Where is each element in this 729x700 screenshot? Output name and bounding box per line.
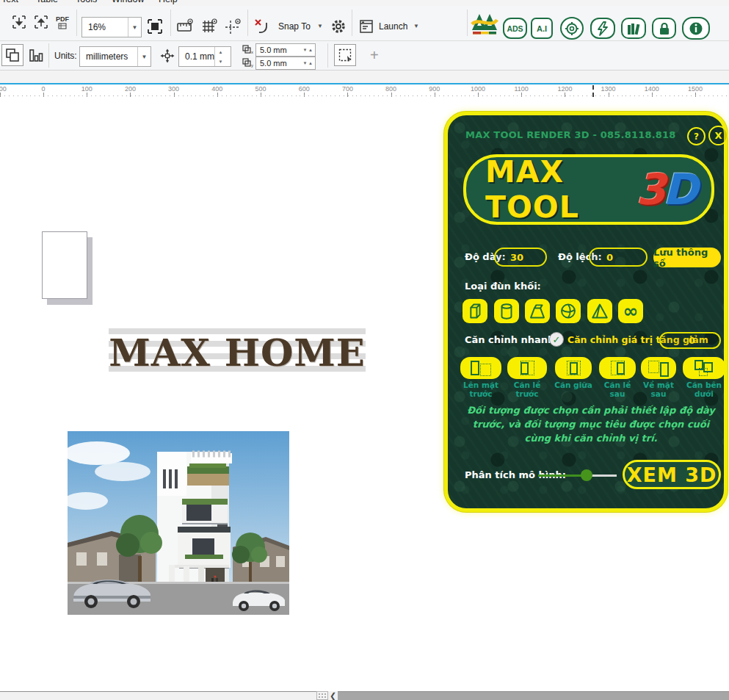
- align-right-edge-icon: [611, 361, 625, 375]
- extrude-infinity-button[interactable]: ∞: [618, 299, 643, 323]
- menu-window[interactable]: Window: [112, 0, 144, 4]
- app-window: Text Table Tools Window Help PDF 16% ▼: [0, 0, 729, 700]
- align-back-face-icon: [648, 361, 659, 373]
- toolbar-gap: [0, 71, 729, 83]
- scrollbar-thumb[interactable]: [338, 692, 729, 700]
- import-button[interactable]: [10, 12, 29, 32]
- save-settings-button[interactable]: Lưu thông số: [653, 248, 721, 267]
- cylinder-icon: [497, 301, 516, 321]
- standard-toolbar: PDF 16% ▼ Snap To ▼: [0, 6, 729, 41]
- zoom-level-value: 16%: [82, 22, 106, 32]
- treat-as-filled-button[interactable]: [334, 44, 356, 66]
- gear-icon: [333, 21, 344, 32]
- align-front-face-icon: [471, 361, 479, 375]
- object-stats-button[interactable]: [26, 46, 46, 65]
- snap-off-button[interactable]: [252, 16, 272, 37]
- duplicate-x-field[interactable]: 5.0 mm ▼ ▲: [255, 43, 316, 57]
- duplicate-y-icon: y: [242, 58, 253, 68]
- library-button[interactable]: [621, 18, 646, 39]
- extrude-box-button[interactable]: [463, 299, 487, 323]
- menu-help[interactable]: Help: [159, 0, 178, 4]
- fullscreen-preview-button[interactable]: [145, 16, 165, 37]
- snap-to-label[interactable]: Snap To: [278, 21, 311, 32]
- chevron-down-icon[interactable]: ▼: [137, 47, 150, 66]
- overlap-squares-icon: [5, 48, 20, 62]
- show-rulers-button[interactable]: [175, 16, 195, 37]
- page-rectangle[interactable]: [42, 231, 87, 299]
- target-button[interactable]: [560, 17, 584, 40]
- align-left-edge-button[interactable]: [507, 357, 547, 379]
- show-grid-button[interactable]: [199, 16, 220, 37]
- align-bottom-button[interactable]: [683, 357, 725, 379]
- extrude-frustum-button[interactable]: [525, 299, 550, 323]
- duplicate-y-field[interactable]: 5.0 mm ▼ ▲: [255, 57, 316, 70]
- align-back-face-button[interactable]: [641, 357, 676, 379]
- launch-button[interactable]: [357, 17, 376, 36]
- check-icon: ✓: [553, 334, 561, 345]
- scroll-left-button[interactable]: ❮: [328, 691, 338, 700]
- books-icon: [626, 22, 641, 35]
- scrollbar-grip[interactable]: [316, 691, 328, 700]
- extrude-cylinder-button[interactable]: [494, 299, 519, 323]
- max-tool-panel: MAX TOOL RENDER 3D - 085.8118.818 ? X MA…: [444, 112, 728, 512]
- logo-3d: 3D: [636, 168, 698, 211]
- quick-align-checkbox[interactable]: ✓: [549, 332, 564, 347]
- chevron-down-icon[interactable]: ▼: [317, 23, 323, 29]
- max-home-artwork[interactable]: MAX HOME: [109, 328, 366, 377]
- logo-text: MAX TOOL: [485, 154, 625, 225]
- increment-input[interactable]: 0: [659, 332, 721, 349]
- analyze-slider[interactable]: [538, 469, 617, 481]
- toolbar-separator: [327, 43, 328, 68]
- nudge-distance-value: 0.1 mm: [179, 51, 214, 62]
- extrude-cone-button[interactable]: [587, 299, 612, 323]
- extrude-sphere-button[interactable]: [556, 299, 581, 323]
- nudge-distance-field[interactable]: 0.1 mm ▲▼: [178, 46, 231, 67]
- add-icon[interactable]: +: [370, 47, 379, 64]
- thickness-input[interactable]: 30: [494, 248, 547, 267]
- extrude-type-label: Loại đùn khối:: [465, 281, 541, 292]
- info-icon: [688, 21, 704, 37]
- building-render-image[interactable]: [68, 431, 289, 615]
- menu-text[interactable]: Text: [1, 0, 18, 4]
- units-combo[interactable]: millimeters ▼: [79, 46, 151, 67]
- spin-icons[interactable]: ▼ ▲: [302, 61, 315, 65]
- align-front-face-label: Lên mặt trước: [454, 380, 508, 398]
- spinner[interactable]: ▲▼: [214, 47, 226, 66]
- export-button[interactable]: [32, 12, 51, 32]
- zoom-level-combo[interactable]: 16% ▼: [81, 17, 142, 37]
- toolbar-separator: [48, 43, 49, 68]
- offset-input[interactable]: 0: [589, 248, 648, 267]
- help-button[interactable]: ?: [687, 127, 706, 145]
- menu-tools[interactable]: Tools: [76, 0, 97, 4]
- align-back-face-label: Về mặt sau: [636, 380, 681, 398]
- lock-button[interactable]: [652, 18, 676, 39]
- align-center-button[interactable]: [555, 357, 592, 379]
- close-button[interactable]: X: [708, 126, 728, 145]
- duplicate-distance-group: x 5.0 mm ▼ ▲ y 5.0 mm ▼ ▲: [242, 43, 316, 69]
- align-center-icon: [567, 361, 581, 375]
- launch-label[interactable]: Launch: [379, 21, 407, 32]
- spin-up-icon: ▲: [215, 47, 226, 57]
- ai-button[interactable]: A.I: [531, 18, 553, 39]
- target-icon: [565, 21, 579, 36]
- slider-thumb[interactable]: [581, 469, 592, 481]
- order-objects-button[interactable]: [1, 44, 23, 66]
- menu-table[interactable]: Table: [36, 0, 58, 4]
- lightning-icon: [596, 21, 609, 36]
- horizontal-ruler[interactable]: -100010020030040050060070080090010001100…: [0, 84, 729, 98]
- publish-pdf-button[interactable]: PDF: [51, 12, 73, 32]
- ads-button[interactable]: ADS: [503, 18, 527, 39]
- show-guidelines-button[interactable]: [222, 16, 243, 37]
- property-bar: Units: millimeters ▼ 0.1 mm ▲▼ x 5.0 mm …: [0, 41, 729, 71]
- align-right-edge-button[interactable]: [599, 357, 636, 379]
- spin-icons[interactable]: ▼ ▲: [302, 48, 315, 52]
- chevron-down-icon[interactable]: ▼: [128, 18, 141, 37]
- lightning-button[interactable]: [590, 18, 615, 39]
- chevron-down-icon[interactable]: ▼: [413, 23, 419, 29]
- info-button[interactable]: [682, 17, 710, 40]
- align-right-edge-label: Căn lề sau: [596, 380, 639, 398]
- maxmachine-logo[interactable]: [471, 10, 498, 37]
- view-3d-button[interactable]: XEM 3D: [623, 460, 721, 489]
- align-front-face-button[interactable]: [460, 357, 501, 379]
- options-gear-button[interactable]: [328, 16, 349, 37]
